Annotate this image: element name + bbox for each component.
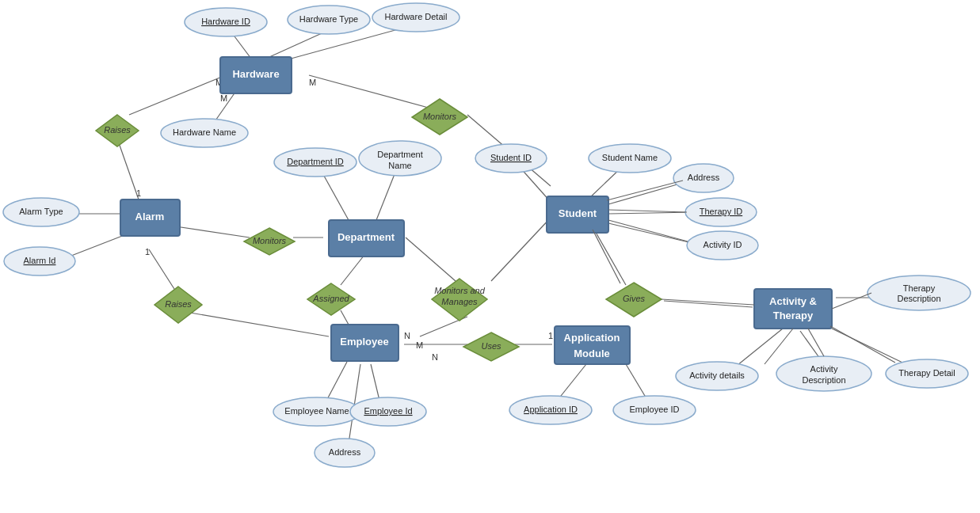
svg-line-6: [309, 75, 434, 109]
therapy-id-label: Therapy ID: [700, 207, 742, 216]
svg-line-12: [170, 226, 250, 238]
svg-line-17: [341, 310, 349, 325]
student-id-label: Student ID: [490, 153, 532, 162]
emp-id-label: Employee Id: [364, 406, 412, 416]
svg-line-14: [321, 170, 349, 220]
emp-address-label: Address: [329, 447, 361, 457]
dept-name-label1: Department: [377, 150, 422, 159]
svg-line-15: [376, 170, 396, 220]
app-empid-label: Employee ID: [630, 405, 680, 414]
svg-line-40: [765, 329, 793, 364]
svg-line-45: [607, 180, 683, 200]
svg-line-4: [129, 75, 226, 115]
svg-line-16: [341, 255, 364, 285]
card-1-alarm: 1: [145, 247, 150, 256]
svg-line-46: [608, 210, 687, 212]
hardware-label: Hardware: [232, 68, 279, 80]
acttherapy-label1: Activity &: [769, 295, 817, 307]
svg-line-18: [406, 238, 456, 281]
uses-label: Uses: [481, 341, 501, 351]
hardware-name-label: Hardware Name: [173, 127, 236, 137]
student-name-label: Student Name: [602, 153, 658, 162]
card-m-emp3: M: [416, 340, 423, 350]
emp-name-label: Employee Name: [284, 406, 349, 416]
therapy-desc-label2: Description: [897, 294, 940, 303]
hardware-id-label: Hardware ID: [201, 17, 250, 26]
hardware-detail-label: Hardware Detail: [385, 12, 448, 21]
svg-line-38: [491, 218, 551, 281]
card-m3: M: [220, 93, 227, 103]
svg-line-32: [594, 230, 626, 285]
appmodule-label2: Module: [574, 348, 610, 359]
monitors1-label: Monitors: [423, 112, 457, 121]
activity-id-label: Activity ID: [704, 240, 742, 249]
employee-label: Employee: [340, 336, 388, 348]
card-1-raises: 1: [136, 188, 141, 198]
raises2-label: Raises: [165, 299, 192, 309]
alarm-id-label: Alarm Id: [24, 256, 56, 265]
assigned-label: Assigned: [312, 294, 349, 303]
card-n-emp2: N: [432, 352, 438, 362]
monitorsmanages-label1: Monitors and: [434, 286, 485, 295]
activity-desc-label1: Activity: [810, 364, 838, 374]
student-label: Student: [559, 207, 597, 219]
svg-line-41: [808, 329, 824, 356]
svg-line-5: [117, 139, 139, 200]
raises1-label: Raises: [104, 125, 131, 135]
hardware-type-label: Hardware Type: [299, 14, 358, 24]
svg-line-47: [608, 220, 688, 241]
svg-line-39: [832, 293, 871, 309]
dept-name-label2: Name: [388, 161, 411, 170]
card-1-uses: 1: [548, 331, 553, 340]
activity-desc-label2: Description: [802, 375, 845, 385]
activity-desc-attr: [776, 356, 871, 391]
monitors2-label: Monitors: [253, 236, 287, 245]
svg-line-11: [190, 313, 329, 336]
alarm-type-label: Alarm Type: [19, 207, 63, 216]
svg-line-44: [593, 230, 620, 283]
svg-line-10: [149, 249, 174, 289]
gives-label: Gives: [623, 294, 646, 303]
therapy-detail-label: Therapy Detail: [898, 368, 955, 378]
er-diagram: M M M 1 1 M M N M N 1 1 M M M Hardware A…: [0, 0, 980, 513]
card-n-emp: N: [404, 331, 410, 340]
student-address-label: Address: [688, 173, 720, 182]
alarm-label: Alarm: [135, 211, 165, 222]
therapy-desc-label1: Therapy: [903, 283, 936, 293]
activity-details-label: Activity details: [689, 370, 745, 380]
svg-line-31: [608, 223, 696, 244]
app-id-label: Application ID: [524, 405, 578, 414]
card-m2: M: [309, 78, 316, 87]
acttherapy-label2: Therapy: [773, 310, 814, 321]
department-label: Department: [337, 231, 395, 243]
dept-id-label: Department ID: [287, 157, 344, 166]
appmodule-label1: Application: [564, 332, 620, 344]
monitorsmanages-label2: Manages: [441, 297, 478, 306]
